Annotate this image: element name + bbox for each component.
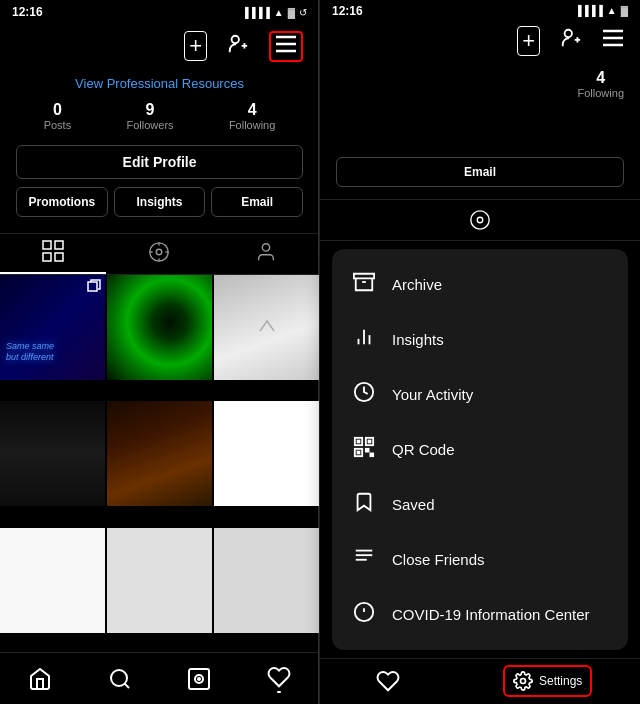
svg-point-22 [198, 678, 200, 680]
image-laptop-white [214, 275, 319, 380]
bottom-nav-right: Settings [320, 658, 640, 704]
right-panel: 12:16 ▐▐▐▐ ▲ ▓ + [320, 0, 640, 704]
view-pro-resources-link[interactable]: View Professional Resources [16, 76, 303, 91]
home-active-dot [277, 691, 281, 693]
signal-icon-right: ▐▐▐▐ [574, 5, 602, 16]
add-user-icon-right[interactable] [560, 27, 582, 54]
bottom-nav-left [0, 652, 319, 704]
following-stat: 4 Following [229, 101, 275, 131]
status-bar-left: 12:16 ▐▐▐▐ ▲ ▓ ↺ [0, 0, 319, 24]
nav-heart[interactable] [259, 661, 299, 697]
multi-post-indicator [87, 279, 101, 297]
menu-icon-left-highlighted[interactable] [269, 31, 303, 62]
add-post-icon-right[interactable]: + [517, 26, 540, 56]
insights-button-left[interactable]: Insights [114, 187, 206, 217]
menu-item-close-friends[interactable]: Close Friends [332, 532, 628, 587]
archive-icon [352, 271, 376, 298]
menu-item-archive[interactable]: Archive [332, 257, 628, 312]
menu-item-covid[interactable]: COVID-19 Information Center [332, 587, 628, 642]
activity-label: Your Activity [392, 386, 473, 403]
add-user-icon-left[interactable] [227, 33, 249, 60]
nav-search[interactable] [100, 663, 140, 695]
menu-item-saved[interactable]: Saved [332, 477, 628, 532]
svg-rect-39 [369, 440, 371, 442]
heart-icon-right [376, 669, 400, 693]
top-nav-left: + [0, 24, 319, 68]
refresh-icon-left: ↺ [299, 7, 307, 18]
grid-cell-7[interactable] [0, 528, 105, 633]
right-following-stat: 4 Following [578, 69, 624, 99]
nav-home[interactable] [20, 663, 60, 695]
image-building [107, 401, 212, 506]
grid-cell-8[interactable] [107, 528, 212, 633]
grid-cell-6[interactable] [214, 401, 319, 506]
top-nav-right: + [320, 21, 640, 60]
nav-reels-bottom[interactable] [179, 663, 219, 695]
tab-grid[interactable] [0, 234, 106, 274]
grid-cell-4[interactable] [0, 401, 105, 506]
settings-icon [513, 671, 533, 691]
svg-point-29 [471, 210, 489, 228]
action-buttons-row: Promotions Insights Email [16, 187, 303, 217]
right-top-section: 4 Following Email [320, 61, 640, 199]
svg-line-19 [124, 683, 128, 687]
menu-item-your-activity[interactable]: Your Activity [332, 367, 628, 422]
promotions-button[interactable]: Promotions [16, 187, 108, 217]
status-time-right: 12:16 [332, 4, 363, 18]
saved-label: Saved [392, 496, 435, 513]
signal-icon-left: ▐▐▐▐ [241, 7, 269, 18]
reels-icon [148, 241, 170, 268]
status-icons-left: ▐▐▐▐ ▲ ▓ ↺ [241, 7, 307, 18]
status-icons-right: ▐▐▐▐ ▲ ▓ [574, 5, 628, 16]
wifi-icon-left: ▲ [274, 7, 284, 18]
right-following-count: 4 [596, 69, 605, 87]
image-blue-neon: Same samebut different [0, 275, 105, 380]
image-gray2 [214, 528, 319, 633]
menu-item-qr-code[interactable]: QR Code [332, 422, 628, 477]
grid-tabs-right-spacer [320, 199, 640, 241]
covid-icon [352, 601, 376, 628]
grid-cell-2[interactable] [107, 275, 212, 380]
tagged-icon [255, 241, 277, 268]
covid-label: COVID-19 Information Center [392, 606, 590, 623]
nav-heart-right[interactable] [368, 665, 408, 697]
grid-icon [42, 240, 64, 267]
edit-profile-button[interactable]: Edit Profile [16, 145, 303, 179]
image-white-blank [214, 401, 319, 506]
qr-label: QR Code [392, 441, 455, 458]
svg-rect-8 [43, 253, 51, 261]
image-gray [107, 528, 212, 633]
settings-button-highlighted[interactable]: Settings [503, 665, 592, 697]
saved-icon [352, 491, 376, 518]
grid-cell-9[interactable] [214, 528, 319, 633]
svg-point-50 [520, 679, 525, 684]
heart-icon-left [267, 665, 291, 689]
svg-point-30 [477, 217, 483, 223]
tab-reels-right[interactable] [320, 200, 640, 240]
left-panel: 12:16 ▐▐▐▐ ▲ ▓ ↺ + [0, 0, 320, 704]
svg-point-16 [262, 243, 269, 250]
tab-reels[interactable] [106, 234, 212, 274]
followers-label: Followers [126, 119, 173, 131]
followers-stat: 9 Followers [126, 101, 173, 131]
close-friends-label: Close Friends [392, 551, 485, 568]
email-button-right[interactable]: Email [336, 157, 624, 187]
svg-point-0 [232, 35, 239, 42]
menu-item-insights[interactable]: Insights [332, 312, 628, 367]
posts-label: Posts [44, 119, 72, 131]
tab-tagged[interactable] [213, 234, 319, 274]
email-button-left[interactable]: Email [211, 187, 303, 217]
screen-container: 12:16 ▐▐▐▐ ▲ ▓ ↺ + [0, 0, 640, 704]
grid-cell-5[interactable] [107, 401, 212, 506]
image-green-circle [107, 275, 212, 380]
grid-cell-1[interactable]: Same samebut different [0, 275, 105, 380]
menu-icon-right[interactable] [602, 29, 624, 52]
svg-rect-17 [88, 282, 97, 291]
grid-cell-3[interactable] [214, 275, 319, 380]
settings-label: Settings [539, 674, 582, 688]
add-post-icon-left[interactable]: + [184, 31, 207, 61]
image-light-gray [0, 528, 105, 633]
svg-point-23 [565, 30, 572, 37]
svg-rect-42 [366, 448, 369, 451]
insights-icon [352, 326, 376, 353]
